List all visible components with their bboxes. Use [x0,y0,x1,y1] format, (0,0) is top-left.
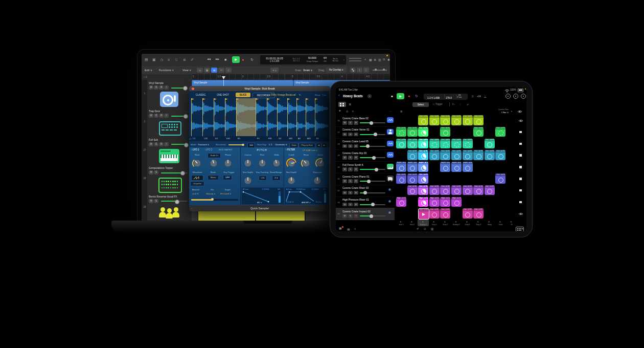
loop-cell[interactable]: Cos…rp 03 [440,150,450,160]
loop-cell[interactable]: Full F…th 6 [396,162,406,172]
lfo2-tab[interactable]: ◦ LFO 2 [204,148,212,151]
track-i-button[interactable]: I [164,114,169,118]
zoom-icon[interactable]: ⌖ [364,58,366,61]
track-row[interactable]: 31Cosmic Craze Piano 01MSR [336,173,395,185]
track-header[interactable]: 1Vinyl SampleMSRI [142,80,192,108]
filter-env-display[interactable]: A 0 msH 2503 msD 10000VelS 0.00 %AHDSR ∨… [285,187,329,205]
rate-knob[interactable] [192,158,203,169]
loop-cell[interactable]: Full F…th 6 [440,162,450,172]
more-icon[interactable] [521,94,526,99]
pencil-icon[interactable]: ✐ [467,103,469,106]
mod-matrix-tab[interactable]: MOD MATRIX [219,148,232,151]
loop-cell[interactable]: Cos…er 03 [429,185,440,195]
scene-trigger[interactable]: ∧Outro [495,220,506,226]
sample-file-name[interactable]: Filthy Vintage Break.caf [271,94,295,96]
loop-cell[interactable]: Cos…ad 05 [451,139,462,149]
volume-knob[interactable] [374,133,377,136]
sort-icon[interactable]: ≡ [352,110,354,113]
audio-region-yellow[interactable] [306,210,331,221]
track-m-button[interactable]: M [342,214,347,218]
lcd-display[interactable]: 01:00:01:16.051 3 2 20610 1 1 110 2 1 19… [260,55,346,64]
loop-cell[interactable]: Cos…rp 03 [473,150,484,160]
track-r-button[interactable]: R [354,203,358,207]
loop-cell[interactable]: Cos…ct 02 [463,208,473,219]
mode-value[interactable]: Transient ∨ [198,143,209,146]
volume-knob[interactable] [183,114,188,119]
loop-cell[interactable]: Cos…a Pad [396,139,406,149]
back-button[interactable]: ‹ [338,93,340,98]
loop-cell[interactable]: High…er 01 [396,197,406,207]
loop-cell[interactable]: Cos…rp 03 [418,150,428,160]
grid-icon[interactable]: ▦ [400,110,402,113]
pencil-icon[interactable]: ✐ [417,227,419,230]
loop-cell[interactable]: Cos…ss 02 [440,115,450,125]
loop-cell[interactable]: Cos…rp 03 [451,150,462,160]
audio-region-yellow[interactable] [192,210,198,221]
reso-knob[interactable] [301,158,312,169]
fine-knob[interactable] [257,158,268,169]
track-m-button[interactable]: M [342,191,347,195]
apple-loops-icon[interactable]: ✱ [387,58,390,61]
plugin-window[interactable]: Vinyl Sample: Sick BreakCLASSICONE SHOTS… [189,86,330,211]
tool-button-2[interactable]: ⇆ [211,68,217,73]
start-key-value[interactable]: C 1 [269,143,272,146]
slice-marker-line[interactable] [315,98,315,136]
selected-slice-overlay[interactable] [236,98,256,136]
cutoff-knob[interactable] [286,158,297,169]
loop-cell[interactable]: Cos…er 03 [473,185,484,195]
track-m-button[interactable]: M [342,121,347,125]
cell-stop-button[interactable] [519,131,522,134]
loop-cell[interactable]: Cos…rp 03 [485,150,495,160]
loop-cell[interactable]: Cos…se 01 [473,127,484,137]
volume-knob[interactable] [183,86,188,91]
track-m-button[interactable]: M [149,170,153,175]
volume-knob[interactable] [370,121,373,125]
zoom-slider-dot[interactable] [383,69,385,71]
bend-range-value[interactable]: 2 ∨ [272,176,281,181]
volume-knob[interactable] [372,156,376,160]
track-header[interactable]: 28Computations TopperMS [142,165,192,193]
keyscale-knob[interactable] [312,175,323,186]
settings-icon[interactable]: ⊙ [424,227,426,230]
loop-cell[interactable]: Cos…er 03 [407,185,418,195]
editors-icon[interactable]: ⌻ [175,58,177,62]
plugin-tab-one-shot[interactable]: ONE SHOT [212,93,234,97]
pointer-tool-menu[interactable]: ⌖ ∨ [270,68,279,73]
list-editors-icon[interactable]: ≣ [374,58,376,61]
count-in-icon[interactable]: ⍗ [472,95,473,98]
volume-knob[interactable] [370,214,373,218]
loop-cell[interactable]: Full F…th 6 [407,162,418,172]
filter-title[interactable]: ◦ FILTER [286,148,295,151]
cell-stop-button[interactable] [519,154,522,157]
volume-knob[interactable] [363,191,367,194]
amount-value[interactable]: +0.6 % [192,192,198,195]
keyboard-icon[interactable] [516,227,524,231]
loop-cell[interactable]: Full F…th 6 [463,162,473,172]
stop-button[interactable]: ■ [224,58,226,61]
settings-icon[interactable] [513,94,518,99]
volume-knob[interactable] [184,143,189,147]
filter-env-depth-knob[interactable] [286,175,297,186]
cycle-button[interactable]: ↻ [250,58,254,62]
scene-trigger[interactable]: ∧Intro 1 [396,220,407,226]
loop-cell[interactable]: Cos…ss 02 [451,115,462,125]
loop-cell[interactable]: Cos…no 01 [495,173,505,184]
tool-button-1[interactable]: ▦ [204,68,210,73]
loop-cell[interactable]: Cos…no 01 [396,173,406,184]
rewind-button[interactable]: ◀◀ [207,58,211,60]
edit-tool-0[interactable]: ▚ [350,68,356,73]
volume-knob[interactable] [375,168,378,171]
filter-env-mode[interactable]: AHDSR ∨ [302,201,311,204]
next-slice-button[interactable]: ▶ [321,143,327,148]
track-header[interactable]: 27Full SubMSRI [142,137,192,165]
slice-marker-line[interactable] [225,98,225,136]
loop-cell[interactable]: Cos…ct 02 [440,208,450,219]
loop-cell[interactable]: Cos…no 01 [407,173,418,184]
track-m-button[interactable]: M [342,203,347,207]
scene-trigger[interactable]: ∧Drop 2 [440,220,451,226]
loop-cell[interactable]: High…er 01 [440,197,450,207]
track-s-button[interactable]: S [348,167,353,171]
track-m-button[interactable]: M [342,144,347,148]
track-m-button[interactable]: M [149,85,153,90]
track-row[interactable]: 34Cosmic Craze Impact 02MSR❄ [336,208,395,220]
